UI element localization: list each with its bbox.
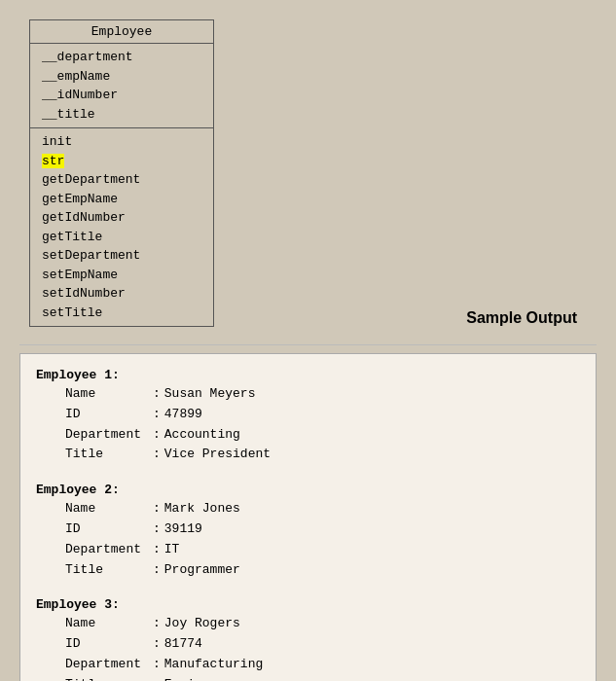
sample-output-section: Employee 1: Name : Susan Meyers ID : 478… — [19, 353, 597, 681]
name-label-2: Name — [65, 499, 153, 520]
uml-section: Employee __department __empName __idNumb… — [0, 0, 616, 337]
employee-block-1: Employee 1: Name : Susan Meyers ID : 478… — [36, 368, 580, 465]
employee-3-dept-value: Manufacturing — [164, 655, 263, 675]
employee-3-details: Name : Joy Rogers ID : 81774 Department … — [36, 614, 580, 681]
uml-title: Employee — [30, 20, 213, 44]
sample-output-label: Sample Output — [466, 309, 577, 327]
employee-2-dept-row: Department : IT — [65, 540, 580, 560]
employee-1-title-row: Title : Vice President — [65, 445, 580, 465]
employee-1-dept-row: Department : Accounting — [65, 425, 580, 446]
dept-label-3: Department — [65, 655, 153, 675]
employee-1-name-value: Susan Meyers — [164, 384, 256, 405]
id-label-3: ID — [65, 634, 153, 655]
uml-method-init: init — [42, 132, 201, 152]
employee-1-id-row: ID : 47899 — [65, 405, 580, 425]
dept-label-2: Department — [65, 540, 153, 560]
uml-method-set-dept: setDepartment — [42, 246, 201, 266]
uml-method-get-id: getIdNumber — [42, 208, 201, 228]
uml-attr-2: __empName — [42, 67, 201, 87]
name-label-3: Name — [65, 614, 153, 634]
uml-method-get-emp: getEmpName — [42, 190, 201, 209]
uml-attributes-section: __department __empName __idNumber __titl… — [30, 44, 213, 128]
colon-3: : — [153, 425, 161, 446]
employee-2-name-value: Mark Jones — [164, 499, 240, 520]
title-label-3: Title — [65, 675, 153, 681]
colon-4: : — [153, 445, 161, 465]
employee-1-dept-value: Accounting — [164, 425, 240, 446]
uml-diagram: Employee __department __empName __idNumb… — [29, 19, 214, 327]
uml-attr-3: __idNumber — [42, 86, 201, 105]
employee-1-title-value: Vice President — [164, 445, 271, 465]
employee-2-id-row: ID : 39119 — [65, 520, 580, 540]
employee-3-dept-row: Department : Manufacturing — [65, 655, 580, 675]
uml-method-set-title: setTitle — [42, 304, 201, 323]
employee-2-dept-value: IT — [164, 540, 180, 560]
title-label: Title — [65, 445, 153, 465]
employee-2-header: Employee 2: — [36, 483, 580, 497]
id-label: ID — [65, 405, 153, 425]
uml-attr-4: __title — [42, 105, 201, 125]
employee-block-2: Employee 2: Name : Mark Jones ID : 39119… — [36, 483, 580, 580]
employee-3-header: Employee 3: — [36, 597, 580, 612]
uml-method-get-dept: getDepartment — [42, 170, 201, 190]
employee-2-title-value: Programmer — [164, 560, 240, 581]
uml-str-highlight: str — [42, 154, 64, 168]
section-divider — [19, 344, 597, 345]
employee-2-name-row: Name : Mark Jones — [65, 499, 580, 520]
employee-1-name-row: Name : Susan Meyers — [65, 384, 580, 405]
colon-2: : — [153, 405, 161, 425]
employee-1-id-value: 47899 — [164, 405, 202, 425]
employee-3-name-row: Name : Joy Rogers — [65, 614, 580, 634]
employee-block-3: Employee 3: Name : Joy Rogers ID : 81774… — [36, 597, 580, 681]
employee-2-details: Name : Mark Jones ID : 39119 Department … — [36, 499, 580, 580]
uml-attr-1: __department — [42, 48, 201, 67]
employee-2-id-value: 39119 — [164, 520, 202, 540]
colon-1: : — [153, 384, 161, 405]
employee-3-name-value: Joy Rogers — [164, 614, 240, 634]
uml-method-set-id: setIdNumber — [42, 284, 201, 304]
employee-2-title-row: Title : Programmer — [65, 560, 580, 581]
uml-method-str: str — [42, 152, 201, 171]
id-label-2: ID — [65, 520, 153, 540]
title-label-2: Title — [65, 560, 153, 581]
employee-3-id-value: 81774 — [164, 634, 202, 655]
uml-method-set-emp: setEmpName — [42, 266, 201, 285]
employee-3-title-value: Engineer — [164, 675, 225, 681]
uml-methods-section: init str getDepartment getEmpName getIdN… — [30, 128, 213, 326]
uml-class-name: Employee — [91, 24, 152, 39]
employee-3-id-row: ID : 81774 — [65, 634, 580, 655]
name-label: Name — [65, 384, 153, 405]
dept-label: Department — [65, 425, 153, 446]
employee-1-header: Employee 1: — [36, 368, 580, 382]
employee-1-details: Name : Susan Meyers ID : 47899 Departmen… — [36, 384, 580, 465]
uml-method-get-title: getTitle — [42, 228, 201, 247]
employee-3-title-row: Title : Engineer — [65, 675, 580, 681]
